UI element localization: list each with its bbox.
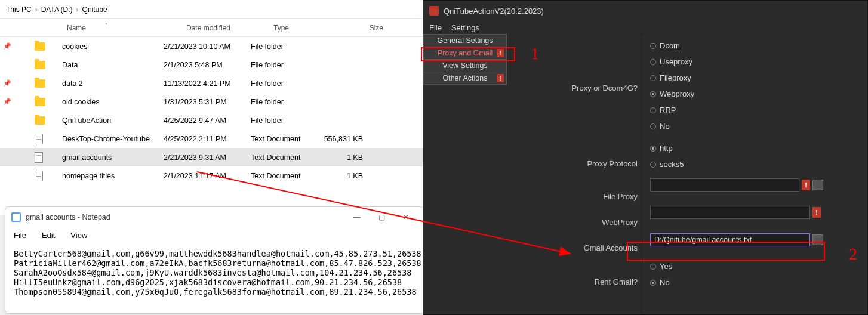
pin-icon[interactable]: 📌 — [0, 98, 14, 106]
file-type: File folder — [251, 116, 322, 125]
app-title-text: QniTubeActionV2(20.2.2023) — [444, 7, 544, 16]
radio-icon — [650, 75, 656, 81]
breadcrumb-item[interactable]: DATA (D:) — [41, 5, 73, 14]
tab-general-settings[interactable]: General Settings — [423, 34, 507, 47]
file-name: data 2 — [62, 79, 164, 88]
breadcrumb-item[interactable]: This PC — [6, 5, 32, 14]
app-left-panel: General SettingsProxy and Gmail!View Set… — [423, 34, 644, 314]
notepad-textarea[interactable]: BettyCarter568@gmail.com,g66v99,matthewd… — [5, 243, 423, 302]
table-row[interactable]: gmail accounts2/21/2023 9:31 AMText Docu… — [0, 148, 423, 166]
file-type: Text Document — [251, 135, 322, 143]
radio-no[interactable]: No — [650, 118, 861, 134]
radio-icon — [650, 107, 656, 113]
label-proxy-protocol: Proxy Protocol — [587, 159, 638, 168]
app-menu-settings[interactable]: Settings — [451, 23, 479, 32]
file-proxy-input[interactable] — [650, 178, 799, 192]
radio-socks5[interactable]: socks5 — [650, 156, 861, 172]
radio-icon — [650, 280, 656, 286]
folder-icon — [35, 79, 45, 88]
label-rent-gmail: Rent Gmail? — [595, 277, 638, 286]
file-name: Data — [62, 61, 164, 69]
maximize-button[interactable]: ▢ — [370, 213, 393, 221]
file-type: Text Document — [251, 153, 322, 162]
notepad-title-text: gmail accounts - Notepad — [26, 213, 110, 221]
column-size[interactable]: Size — [340, 24, 388, 32]
table-row[interactable]: 📌old cookies1/31/2023 5:31 PMFile folder — [0, 92, 423, 111]
notepad-icon — [11, 212, 21, 222]
table-row[interactable]: QniTubeAction4/25/2022 9:47 AMFile folde… — [0, 111, 423, 129]
folder-icon — [35, 61, 45, 69]
radio-label: No — [660, 278, 670, 287]
file-date: 1/31/2023 5:31 PM — [164, 98, 251, 106]
annotation-number-2: 2 — [849, 245, 857, 264]
column-type[interactable]: Type — [269, 24, 340, 32]
pin-icon[interactable]: 📌 — [0, 79, 14, 87]
table-row[interactable]: DeskTop-Chrome-Youtube4/25/2022 2:11 PMT… — [0, 129, 423, 148]
radio-label: No — [660, 122, 670, 131]
radio-yes[interactable]: Yes — [650, 258, 861, 274]
close-button[interactable]: ✕ — [395, 213, 417, 221]
notepad-titlebar[interactable]: gmail accounts - Notepad — ▢ ✕ — [5, 207, 423, 227]
minimize-button[interactable]: — — [346, 213, 368, 221]
alert-icon: ! — [497, 49, 504, 57]
browse-button[interactable] — [812, 180, 823, 190]
table-row[interactable]: homepage titles2/1/2023 11:17 AMText Doc… — [0, 166, 423, 185]
breadcrumb-item[interactable]: Qnitube — [82, 5, 107, 14]
file-size: 556,831 KB — [322, 135, 370, 143]
radio-useproxy[interactable]: Useproxy — [650, 54, 861, 70]
folder-icon — [35, 98, 45, 106]
gmail-accounts-input[interactable] — [650, 233, 810, 246]
menu-edit[interactable]: Edit — [42, 231, 55, 240]
app-menu-file[interactable]: File — [429, 23, 442, 32]
radio-http[interactable]: http — [650, 140, 861, 156]
tab-other-actions[interactable]: Other Actions! — [423, 72, 507, 85]
file-type: File folder — [251, 42, 322, 51]
column-name[interactable]: ˄Name — [31, 24, 181, 32]
radio-label: Fileproxy — [660, 73, 691, 82]
radio-icon — [650, 162, 656, 168]
file-name: homepage titles — [62, 172, 164, 180]
radio-icon — [650, 146, 656, 152]
radio-rrp[interactable]: RRP — [650, 102, 861, 118]
chevron-right-icon: › — [35, 5, 38, 14]
radio-fileproxy[interactable]: Fileproxy — [650, 70, 861, 86]
file-type: Text Document — [251, 172, 322, 180]
menu-view[interactable]: View — [70, 231, 87, 240]
file-name: old cookies — [62, 98, 164, 106]
app-icon — [429, 6, 439, 16]
tab-proxy-and-gmail[interactable]: Proxy and Gmail! — [423, 47, 507, 60]
qnitube-app: QniTubeActionV2(20.2.2023) File Settings… — [423, 0, 868, 315]
browse-button[interactable] — [812, 234, 823, 245]
pin-icon[interactable]: 📌 — [0, 42, 14, 50]
alert-icon: ! — [497, 74, 504, 82]
document-icon — [35, 171, 43, 181]
radio-label: Dcom — [660, 41, 680, 50]
table-row[interactable]: 📌cookies2/21/2023 10:10 AMFile folder — [0, 37, 423, 55]
app-titlebar[interactable]: QniTubeActionV2(20.2.2023) — [423, 1, 867, 21]
document-icon — [35, 152, 43, 163]
file-date: 4/25/2022 9:47 AM — [164, 116, 251, 125]
menu-file[interactable]: File — [14, 231, 26, 240]
tab-view-settings[interactable]: View Settings — [423, 59, 507, 72]
column-date[interactable]: Date modified — [181, 24, 269, 32]
document-icon — [35, 134, 43, 144]
webproxy-input[interactable] — [650, 206, 810, 219]
radio-dcom[interactable]: Dcom — [650, 38, 861, 54]
radio-no[interactable]: No — [650, 274, 861, 291]
table-row[interactable]: 📌data 211/13/2022 4:21 PMFile folder — [0, 74, 423, 92]
file-date: 2/1/2023 11:17 AM — [164, 172, 251, 180]
radio-webproxy[interactable]: Webproxy — [650, 86, 861, 102]
folder-icon — [35, 116, 45, 125]
sort-asc-icon: ˄ — [105, 23, 107, 28]
radio-icon — [650, 43, 656, 49]
file-date: 2/21/2023 10:10 AM — [164, 42, 251, 51]
file-type: File folder — [251, 79, 322, 88]
file-date: 2/1/2023 5:48 PM — [164, 61, 251, 69]
folder-icon — [35, 42, 45, 51]
app-menubar: File Settings — [423, 21, 867, 34]
label-file-proxy: File Proxy — [603, 192, 638, 201]
breadcrumb[interactable]: This PC › DATA (D:) › Qnitube — [0, 0, 423, 19]
table-row[interactable]: Data2/1/2023 5:48 PMFile folder — [0, 55, 423, 74]
file-name: DeskTop-Chrome-Youtube — [62, 135, 164, 143]
app-right-panel: DcomUseproxyFileproxyWebproxyRRPNo https… — [644, 34, 867, 314]
